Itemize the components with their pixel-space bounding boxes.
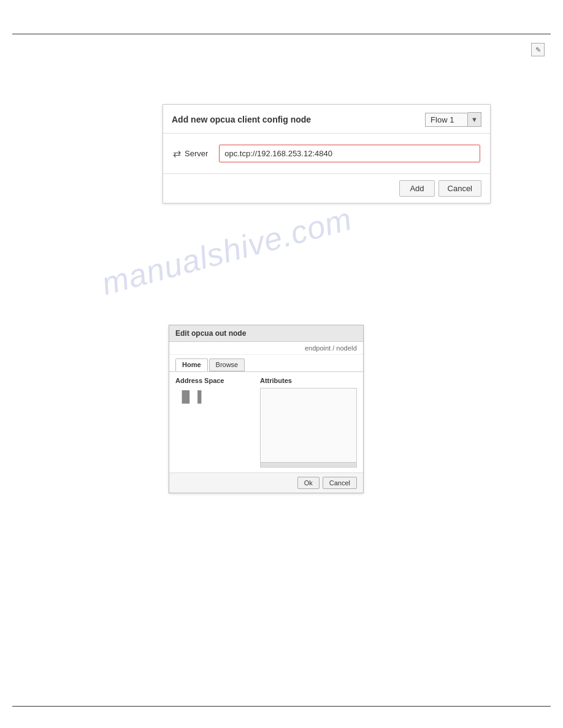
address-space-content: ▐▌▐	[175, 388, 255, 406]
flow-dropdown-button[interactable]: ▼	[468, 112, 481, 127]
ok-button[interactable]: Ok	[297, 477, 320, 489]
signal-bars-icon: ▐▌▐	[178, 390, 201, 403]
dialog2-body: Address Space ▐▌▐ Attributes	[169, 372, 363, 472]
attributes-label: Attributes	[260, 377, 357, 384]
cancel-button[interactable]: Cancel	[439, 180, 481, 197]
tab-home[interactable]: Home	[175, 358, 208, 371]
address-space-panel: Address Space ▐▌▐	[175, 377, 255, 468]
endpoint-label: endpoint / nodeId	[305, 344, 357, 352]
sync-icon: ⇄	[173, 148, 181, 159]
server-input[interactable]	[219, 145, 480, 162]
dialog1-body: ⇄ Server	[163, 134, 490, 174]
attributes-panel: Attributes	[260, 377, 357, 468]
edit-button[interactable]: ✎	[531, 43, 545, 56]
edit-icon-area: ✎	[531, 43, 545, 56]
edit-opcua-out-dialog: Edit opcua out node endpoint / nodeId Ho…	[169, 325, 364, 493]
chevron-down-icon: ▼	[471, 116, 478, 123]
watermark: manualshive.com	[98, 200, 356, 303]
server-label: Server	[185, 149, 208, 158]
dialog1-header: Add new opcua client config node Flow 1 …	[163, 105, 490, 134]
dialog2-title: Edit opcua out node	[175, 329, 246, 338]
attributes-box[interactable]	[260, 388, 357, 468]
top-rule	[12, 34, 551, 34]
server-icon-group: ⇄ Server	[173, 148, 212, 159]
add-opcua-config-dialog: Add new opcua client config node Flow 1 …	[163, 104, 491, 203]
tab-browse[interactable]: Browse	[209, 358, 245, 371]
address-space-label: Address Space	[175, 377, 255, 384]
bottom-rule	[12, 706, 551, 707]
dialog2-subheader: endpoint / nodeId	[169, 342, 363, 355]
flow-selector: Flow 1 ▼	[425, 112, 481, 127]
cancel2-button[interactable]: Cancel	[323, 477, 357, 489]
pencil-icon: ✎	[535, 46, 541, 54]
dialog2-header: Edit opcua out node	[169, 325, 363, 342]
dialog1-footer: Add Cancel	[163, 174, 490, 203]
horizontal-scrollbar[interactable]	[261, 462, 356, 467]
dialog2-footer: Ok Cancel	[169, 472, 363, 493]
add-button[interactable]: Add	[399, 180, 434, 197]
dialog2-tabs: Home Browse	[169, 355, 363, 372]
flow-select-label[interactable]: Flow 1	[425, 113, 468, 127]
dialog1-title: Add new opcua client config node	[172, 115, 311, 124]
